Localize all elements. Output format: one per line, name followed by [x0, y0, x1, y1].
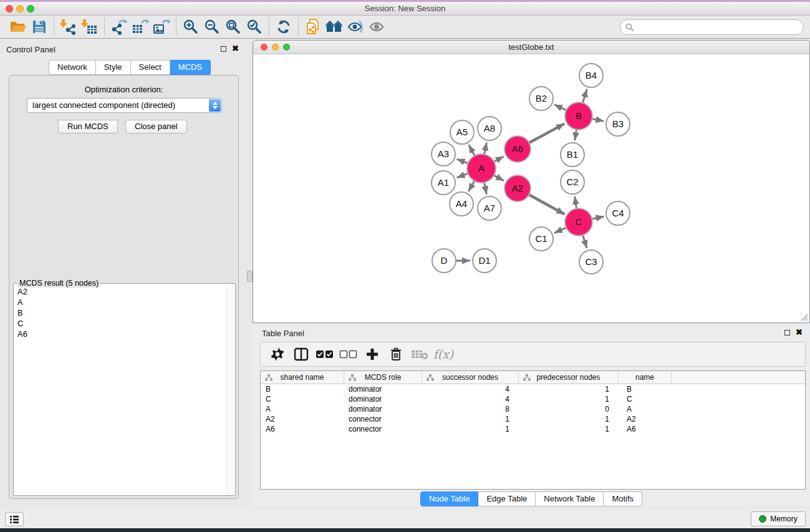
table-cell: B	[261, 384, 344, 394]
graph-node-A6[interactable]: A6	[504, 136, 531, 162]
zoom-selected-icon[interactable]	[244, 17, 265, 36]
close-panel-icon[interactable]: ✖	[232, 46, 239, 52]
deselect-all-icon[interactable]	[337, 344, 360, 365]
minimize-window-icon[interactable]	[16, 5, 24, 12]
add-column-icon[interactable]	[360, 344, 384, 365]
float-panel-icon[interactable]	[784, 330, 790, 336]
minimize-window-icon[interactable]	[272, 44, 279, 51]
table-row-A2[interactable]: A2connector11A2	[261, 414, 805, 424]
column-header-successor-nodes[interactable]: successor nodes	[422, 371, 518, 384]
criterion-select[interactable]: largest connected component (directed)	[27, 98, 222, 113]
export-table-icon[interactable]	[130, 17, 151, 36]
gear-icon[interactable]	[266, 344, 289, 365]
network-window-titlebar[interactable]: testGlobe.txt	[253, 41, 809, 54]
tab-network[interactable]: Network	[49, 60, 96, 75]
network-canvas[interactable]: AA1A2A3A4A5A6A7A8BB1B2B3B4CC1C2C3C4DD1	[254, 55, 809, 322]
graph-node-B3[interactable]: B3	[606, 112, 630, 136]
table-tab-edge-table[interactable]: Edge Table	[478, 491, 536, 506]
refresh-icon[interactable]	[273, 17, 294, 36]
tab-select[interactable]: Select	[131, 60, 170, 75]
graph-node-B1[interactable]: B1	[561, 143, 584, 167]
save-icon[interactable]	[29, 17, 50, 36]
mcds-result-list[interactable]: A2ABCA6	[14, 286, 235, 339]
graph-node-B4[interactable]: B4	[579, 64, 603, 87]
table-cell: C	[261, 394, 344, 404]
open-folder-icon[interactable]	[7, 17, 29, 36]
column-header-name[interactable]: name	[618, 371, 671, 384]
copy-network-icon[interactable]	[302, 17, 324, 36]
graph-node-C[interactable]: C	[565, 208, 592, 236]
zoom-fit-icon[interactable]	[223, 17, 244, 36]
export-network-icon[interactable]	[108, 17, 130, 36]
search-input[interactable]	[620, 19, 804, 35]
toolbar-separator	[269, 18, 269, 36]
table-tabs: Node TableEdge TableNetwork TableMotifs	[253, 491, 810, 506]
mcds-result-item[interactable]: C	[14, 318, 235, 329]
table-panel: Table Panel ✖ f(x) shared nameMC	[253, 324, 810, 506]
import-network-icon[interactable]	[58, 17, 79, 36]
table-tab-node-table[interactable]: Node Table	[420, 491, 479, 506]
graph-node-A1[interactable]: A1	[432, 171, 455, 195]
mcds-result-item[interactable]: A2	[14, 286, 235, 297]
zoom-in-icon[interactable]	[180, 17, 201, 36]
close-panel-button[interactable]: Close panel	[125, 120, 187, 133]
network-graph[interactable]: AA1A2A3A4A5A6A7A8BB1B2B3B4CC1C2C3C4DD1	[254, 55, 809, 322]
column-header-shared-name[interactable]: shared name	[261, 371, 344, 384]
graph-node-B2[interactable]: B2	[529, 87, 553, 110]
hide-details-icon[interactable]	[345, 17, 366, 36]
graph-node-A[interactable]: A	[467, 154, 496, 183]
table-cell: A2	[261, 414, 344, 424]
maximize-window-icon[interactable]	[27, 5, 34, 12]
mcds-result-item[interactable]: B	[14, 307, 235, 318]
result-scrollbar[interactable]	[226, 285, 234, 494]
graph-node-A3[interactable]: A3	[432, 142, 455, 166]
graph-node-A7[interactable]: A7	[478, 196, 501, 220]
table-row-A[interactable]: Adominator80A	[261, 404, 805, 414]
task-history-button[interactable]	[5, 512, 24, 526]
table-cell: 1	[518, 394, 618, 404]
table-row-C[interactable]: Cdominator41C	[261, 394, 805, 404]
zoom-out-icon[interactable]	[201, 17, 223, 36]
tab-mcds[interactable]: MCDS	[170, 60, 211, 75]
export-image-icon[interactable]	[151, 17, 172, 36]
graph-node-D[interactable]: D	[432, 249, 456, 273]
column-header-mcds-role[interactable]: MCDS role	[344, 371, 422, 384]
resize-grip-icon[interactable]	[799, 312, 808, 321]
graph-node-A4[interactable]: A4	[450, 192, 473, 216]
graph-node-A5[interactable]: A5	[450, 120, 474, 144]
memory-button[interactable]: Memory	[751, 511, 806, 526]
run-mcds-button[interactable]: Run MCDS	[58, 120, 118, 133]
tab-style[interactable]: Style	[96, 60, 131, 75]
graph-node-A2[interactable]: A2	[504, 175, 531, 201]
svg-text:C1: C1	[535, 233, 547, 244]
close-panel-icon[interactable]: ✖	[796, 329, 803, 336]
close-window-icon[interactable]	[6, 5, 13, 12]
close-window-icon[interactable]	[261, 44, 268, 51]
home-icon[interactable]	[324, 17, 345, 36]
float-panel-icon[interactable]	[221, 46, 226, 52]
table-tab-motifs[interactable]: Motifs	[604, 491, 642, 506]
table-row-B[interactable]: Bdominator41B	[261, 384, 805, 394]
mcds-result-item[interactable]: A	[14, 297, 235, 307]
column-label: MCDS role	[365, 373, 402, 382]
mcds-result-item[interactable]: A6	[14, 329, 235, 339]
import-table-icon[interactable]	[79, 17, 100, 36]
vertical-split-grip[interactable]	[247, 271, 253, 282]
attribute-icon	[427, 374, 434, 381]
delete-column-icon[interactable]	[384, 344, 408, 365]
column-header-predecessor-nodes[interactable]: predecessor nodes	[518, 371, 618, 384]
graph-node-D1[interactable]: D1	[473, 249, 496, 273]
svg-text:A5: A5	[456, 127, 468, 137]
table-tab-network-table[interactable]: Network Table	[536, 491, 604, 506]
graph-node-C1[interactable]: C1	[529, 227, 553, 251]
maximize-window-icon[interactable]	[283, 44, 290, 51]
graph-node-A8[interactable]: A8	[478, 117, 501, 140]
graph-node-C3[interactable]: C3	[579, 250, 603, 274]
graph-node-C4[interactable]: C4	[606, 201, 630, 225]
column-view-icon[interactable]	[289, 344, 313, 365]
table-row-A6[interactable]: A6connector11A6	[261, 424, 805, 434]
graph-node-B[interactable]: B	[565, 102, 592, 130]
eye-icon[interactable]	[366, 17, 387, 36]
graph-node-C2[interactable]: C2	[561, 170, 584, 194]
select-all-icon[interactable]	[313, 344, 337, 365]
